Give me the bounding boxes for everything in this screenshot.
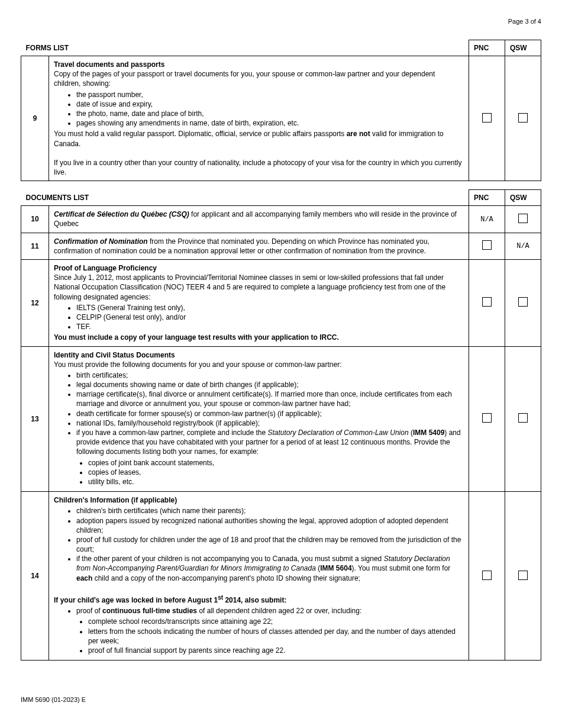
row-13-b3: marriage certificate(s), final divorce o… [76,389,464,408]
row-9-p2a: You must hold a valid regular passport. … [54,130,347,138]
row-14-num: 14 [21,492,49,661]
row-10: 10 Certificat de Sélection du Québec (CS… [21,206,541,233]
row-13-b4: death certificate for former spouse(s) o… [76,409,464,418]
row-13-b6: if you have a common-law partner, comple… [76,428,464,457]
text: proof of [76,607,102,615]
checkbox-icon [518,214,528,223]
row-11-pnc[interactable] [469,233,505,259]
row-9-qsw[interactable] [505,56,541,181]
row-14-c1: proof of continuous full-time studies of… [76,606,464,616]
row-14-b3: proof of full custody for children under… [76,535,464,554]
checkbox-icon [482,297,492,307]
row-9-p3: If you live in a country other than your… [54,159,461,176]
row-9-pnc[interactable] [469,56,505,181]
row-11-desc: Confirmation of Nomination from the Prov… [49,233,469,259]
row-13-desc: Identity and Civil Status Documents You … [49,346,469,492]
na-text: N/A [516,242,529,250]
row-13-p1: You must provide the following documents… [54,360,341,369]
row-13-qsw[interactable] [505,346,541,492]
checkbox-icon [482,240,492,250]
row-14-p2b: 2014, also submit: [223,596,286,604]
text: child and a copy of the non-accompanying… [92,574,360,582]
row-12-num: 12 [21,260,49,347]
documents-list-header: DOCUMENTS LIST [21,190,469,206]
forms-list-header: FORMS LIST [21,40,469,56]
documents-list-table: DOCUMENTS LIST PNC QSW 10 Certificat de … [21,189,541,661]
row-9-b2: date of issue and expiry, [76,99,464,109]
row-13-s1: copies of joint bank account statements, [88,458,464,468]
row-9-desc: Travel documents and passports Copy of t… [49,56,469,181]
page-number: Page 3 of 4 [21,18,541,25]
row-14-p2a: If your child's age was locked in before… [54,596,218,604]
checkbox-icon [518,413,528,423]
row-9: 9 Travel documents and passports Copy of… [21,56,541,181]
row-12-title: Proof of Language Proficiency [54,264,157,272]
row-14-p2sup: st [218,594,223,601]
row-10-pnc: N/A [469,206,505,233]
row-13-b5: national IDs, family/household registry/… [76,418,464,428]
row-14-pnc[interactable] [469,492,505,661]
row-14-b4: if the other parent of your children is … [76,554,464,583]
row-14-b2: adoption papers issued by recognized nat… [76,516,464,535]
checkbox-icon [482,413,492,423]
row-10-qsw[interactable] [505,206,541,233]
row-12: 12 Proof of Language Proficiency Since J… [21,260,541,347]
text: Statutory Declaration of Common-Law Unio… [268,429,409,437]
row-14-title: Children's Information (if applicable) [54,496,177,504]
row-14-s1: complete school records/transcripts sinc… [88,617,464,626]
text: IMM 5604 [320,564,351,572]
row-14-s3: proof of full financial support by paren… [88,646,464,655]
row-13-b1: birth certificates; [76,371,464,380]
text: continuous full-time studies [102,607,197,615]
row-9-p2b: are not [347,130,370,138]
row-12-p1: Since July 1, 2012, most applicants to P… [54,273,445,301]
row-10-num: 10 [21,206,49,233]
row-10-title: Certificat de Sélection du Québec (CSQ) [54,210,189,218]
row-13-s3: utility bills, etc. [88,477,464,487]
row-12-pnc[interactable] [469,260,505,347]
checkbox-icon [518,113,528,123]
footer-code: IMM 5690 (01-2023) E [21,696,541,703]
checkbox-icon [482,571,492,580]
row-14-s2: letters from the schools indicating the … [88,627,464,646]
row-9-intro: Copy of the pages of your passport or tr… [54,70,435,88]
checkbox-icon [518,571,528,580]
row-9-title: Travel documents and passports [54,60,164,69]
text: IMM 5409 [413,429,444,437]
col-pnc: PNC [469,190,505,206]
text: if you have a common-law partner, comple… [76,429,268,437]
row-13: 13 Identity and Civil Status Documents Y… [21,346,541,492]
row-9-b4: pages showing any amendments in name, da… [76,118,464,128]
row-12-p2: You must include a copy of your language… [54,333,339,342]
row-13-num: 13 [21,346,49,492]
text: ). You must submit one form for [352,564,451,572]
row-11-title: Confirmation of Nomination [54,237,148,246]
row-12-desc: Proof of Language Proficiency Since July… [49,260,469,347]
row-14-b1: children's birth certificates (which nam… [76,506,464,516]
checkbox-icon [482,113,492,123]
row-14: 14 Children's Information (if applicable… [21,492,541,661]
text: ( [409,429,413,437]
row-11-num: 11 [21,233,49,259]
row-12-b1: IELTS (General Training test only), [76,303,464,313]
row-9-b1: the passport number, [76,90,464,99]
row-12-qsw[interactable] [505,260,541,347]
na-text: N/A [480,215,493,224]
col-pnc: PNC [469,40,505,56]
forms-list-table: FORMS LIST PNC QSW 9 Travel documents an… [21,40,541,181]
row-11: 11 Confirmation of Nomination from the P… [21,233,541,259]
row-9-num: 9 [21,56,49,181]
row-14-qsw[interactable] [505,492,541,661]
text: each [76,574,92,582]
row-12-b2: CELPIP (General test only), and/or [76,313,464,322]
row-10-desc: Certificat de Sélection du Québec (CSQ) … [49,206,469,233]
text: of all dependent children aged 22 or ove… [197,607,361,615]
row-13-s2: copies of leases, [88,468,464,477]
row-9-b3: the photo, name, date and place of birth… [76,109,464,118]
row-12-b3: TEF. [76,322,464,331]
text: if the other parent of your children is … [76,555,384,563]
row-13-pnc[interactable] [469,346,505,492]
row-14-desc: Children's Information (if applicable) c… [49,492,469,661]
row-13-title: Identity and Civil Status Documents [54,351,175,359]
col-qsw: QSW [505,190,541,206]
